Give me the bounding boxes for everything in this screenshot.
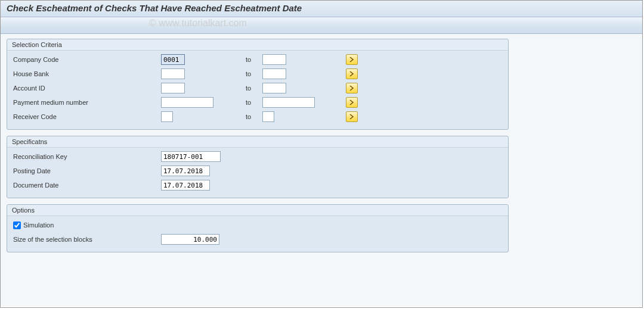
group-options: Options Simulation Size of the selection… xyxy=(7,204,509,252)
receiver-code-to-input[interactable] xyxy=(262,111,274,122)
to-label: to xyxy=(244,113,262,120)
to-label: to xyxy=(244,56,262,63)
arrow-right-icon xyxy=(349,113,355,121)
label-account-id: Account ID xyxy=(12,85,161,92)
row-block-size: Size of the selection blocks xyxy=(12,233,503,246)
label-company-code: Company Code xyxy=(12,56,161,63)
payment-medium-from-input[interactable] xyxy=(161,97,213,108)
company-code-to-input[interactable] xyxy=(262,54,286,65)
company-code-from-input[interactable] xyxy=(161,54,185,65)
house-bank-multi-select-button[interactable] xyxy=(346,68,358,79)
arrow-right-icon xyxy=(349,55,355,64)
row-simulation: Simulation xyxy=(12,219,503,232)
simulation-checkbox-wrap[interactable]: Simulation xyxy=(13,221,161,229)
label-block-size: Size of the selection blocks xyxy=(12,236,161,243)
posting-date-input[interactable] xyxy=(161,166,210,176)
label-recon-key: Reconciliation Key xyxy=(12,153,161,160)
account-id-multi-select-button[interactable] xyxy=(346,83,358,93)
label-house-bank: House Bank xyxy=(12,70,161,77)
account-id-to-input[interactable] xyxy=(262,83,286,93)
row-receiver-code: Receiver Code to xyxy=(12,110,503,123)
receiver-code-from-input[interactable] xyxy=(161,111,173,122)
company-code-multi-select-button[interactable] xyxy=(346,54,358,65)
label-receiver-code: Receiver Code xyxy=(12,113,161,120)
to-label: to xyxy=(244,85,262,92)
group-title: Options xyxy=(7,205,508,216)
content-area: Selection Criteria Company Code to House… xyxy=(1,34,642,306)
row-recon-key: Reconciliation Key xyxy=(12,150,503,163)
account-id-from-input[interactable] xyxy=(161,83,185,93)
receiver-code-multi-select-button[interactable] xyxy=(346,111,358,122)
row-company-code: Company Code to xyxy=(12,53,503,66)
group-title: Specificatns xyxy=(7,136,508,148)
document-date-input[interactable] xyxy=(161,180,210,191)
row-posting-date: Posting Date xyxy=(12,164,503,177)
arrow-right-icon xyxy=(349,70,355,79)
arrow-right-icon xyxy=(349,98,355,107)
application-toolbar xyxy=(1,17,642,34)
group-selection-criteria: Selection Criteria Company Code to House… xyxy=(7,39,509,130)
house-bank-to-input[interactable] xyxy=(262,68,286,79)
recon-key-input[interactable] xyxy=(161,151,221,162)
row-payment-medium: Payment medium number to xyxy=(12,96,503,109)
row-house-bank: House Bank to xyxy=(12,67,503,80)
to-label: to xyxy=(244,70,262,77)
label-posting-date: Posting Date xyxy=(12,167,161,174)
group-specifications: Specificatns Reconciliation Key Posting … xyxy=(7,136,509,198)
execute-button[interactable] xyxy=(5,20,18,32)
house-bank-from-input[interactable] xyxy=(161,68,185,79)
group-title: Selection Criteria xyxy=(7,39,508,51)
to-label: to xyxy=(244,99,262,106)
payment-medium-to-input[interactable] xyxy=(262,97,315,108)
row-document-date: Document Date xyxy=(12,179,503,192)
page-title: Check Escheatment of Checks That Have Re… xyxy=(1,1,642,17)
simulation-checkbox[interactable] xyxy=(13,221,21,229)
label-payment-medium: Payment medium number xyxy=(12,99,161,106)
block-size-input[interactable] xyxy=(161,234,219,245)
row-account-id: Account ID to xyxy=(12,82,503,95)
label-simulation: Simulation xyxy=(23,221,54,229)
payment-medium-multi-select-button[interactable] xyxy=(346,97,358,108)
label-document-date: Document Date xyxy=(12,182,161,189)
arrow-right-icon xyxy=(349,84,355,93)
